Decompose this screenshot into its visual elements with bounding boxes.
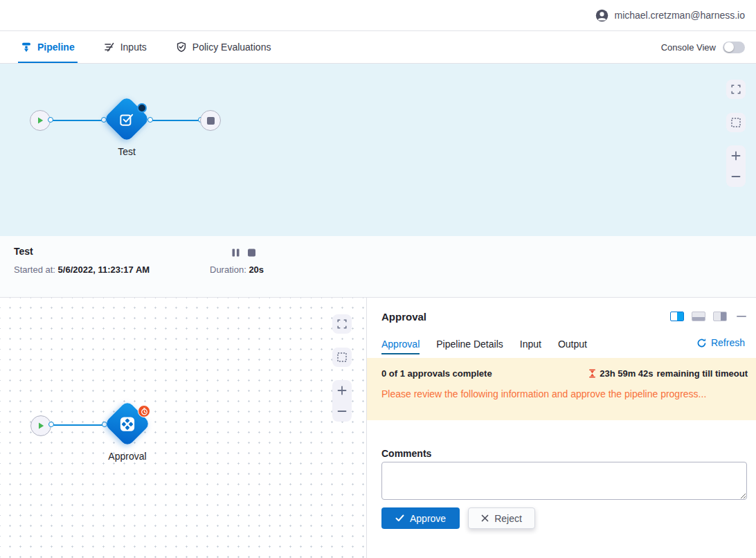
toggle-knob — [724, 42, 734, 52]
split-view-fill — [677, 312, 683, 321]
stop-icon — [207, 117, 215, 125]
tab-output[interactable]: Output — [558, 334, 587, 354]
tab-inputs[interactable]: Inputs — [104, 31, 147, 63]
stage-node-label: Test — [85, 146, 168, 157]
minimize-panel-button[interactable] — [737, 316, 746, 318]
timeout-remaining: 23h 59m 42s — [600, 368, 653, 379]
reject-button[interactable]: Reject — [468, 507, 535, 529]
pipeline-end-node[interactable] — [200, 110, 221, 131]
hourglass-icon — [588, 369, 596, 378]
approve-label: Approve — [410, 513, 446, 524]
console-view-label: Console View — [661, 42, 716, 53]
console-view-control: Console View — [661, 31, 756, 63]
zoom-in-button[interactable] — [332, 381, 352, 400]
step-node-label: Approval — [86, 451, 169, 462]
connector-line — [51, 120, 103, 121]
started-at-value: 5/6/2022, 11:23:17 AM — [58, 264, 150, 275]
started-at: Started at: 5/6/2022, 11:23:17 AM — [14, 264, 150, 275]
bottom-view-fill — [692, 317, 705, 321]
comments-label: Comments — [381, 448, 431, 459]
tab-pipeline-details[interactable]: Pipeline Details — [436, 334, 503, 354]
connector-line — [151, 120, 200, 121]
split-view-button[interactable] — [670, 312, 684, 321]
active-tab-underline — [18, 62, 78, 63]
timeout-suffix: remaining till timeout — [657, 368, 748, 379]
inputs-icon — [104, 42, 115, 53]
stage-graph-canvas[interactable]: Test — [0, 64, 756, 236]
approve-button[interactable]: Approve — [381, 507, 460, 529]
duration: Duration: 20s — [210, 264, 264, 275]
abort-button[interactable] — [247, 248, 256, 258]
fullscreen-button[interactable] — [332, 314, 352, 334]
zoom-out-button[interactable] — [726, 167, 746, 186]
stage-status-bar: Test Started at: 5/6/2022, 11:23:17 AM D… — [0, 236, 756, 298]
console-view-toggle[interactable] — [723, 42, 745, 53]
refresh-button[interactable]: Refresh — [696, 337, 745, 348]
refresh-icon — [696, 338, 707, 348]
step-details-panel: Approval Approval Pipeline Details Input… — [367, 298, 756, 558]
topbar: michael.cretzman@harness.io — [0, 0, 756, 31]
execution-controls — [231, 248, 256, 258]
comments-textarea[interactable] — [381, 462, 747, 500]
zoom-out-button[interactable] — [332, 402, 352, 421]
marquee-select-button[interactable] — [726, 113, 746, 132]
pause-button[interactable] — [231, 248, 240, 258]
fullscreen-button[interactable] — [726, 80, 746, 99]
execution-tabbar: Pipeline Inputs Policy Evaluations Conso… — [0, 31, 756, 64]
pipeline-icon — [21, 42, 32, 53]
tab-input[interactable]: Input — [520, 334, 541, 354]
details-tabs: Approval Pipeline Details Input Output — [381, 334, 587, 354]
zoom-controls — [332, 380, 352, 422]
stage-name: Test — [14, 246, 33, 257]
tab-approval[interactable]: Approval — [381, 334, 420, 354]
tab-inputs-label: Inputs — [120, 42, 147, 53]
tab-pipeline[interactable]: Pipeline — [21, 31, 75, 63]
play-icon — [37, 422, 45, 430]
play-icon — [36, 116, 44, 125]
zoom-controls — [726, 145, 746, 187]
marquee-select-button[interactable] — [332, 348, 352, 367]
step-graph-canvas[interactable]: Approval — [0, 298, 367, 558]
right-view-fill — [721, 312, 726, 321]
approvals-progress: 0 of 1 approvals complete — [381, 368, 492, 379]
approval-actions: Approve Reject — [381, 507, 535, 529]
bottom-split: Approval Approval Approval — [0, 298, 756, 558]
right-view-button[interactable] — [713, 312, 727, 321]
shield-check-icon — [176, 42, 187, 53]
tab-pipeline-label: Pipeline — [37, 42, 75, 53]
step-start-node[interactable] — [30, 415, 51, 436]
connector-line — [52, 424, 104, 426]
tab-policy-evaluations[interactable]: Policy Evaluations — [176, 31, 271, 63]
reject-label: Reject — [494, 513, 522, 524]
user-email[interactable]: michael.cretzman@harness.io — [614, 10, 745, 21]
user-avatar-icon[interactable] — [595, 9, 609, 22]
bottom-view-button[interactable] — [692, 312, 705, 321]
timer-badge — [138, 405, 150, 417]
panel-layout-controls — [670, 312, 746, 321]
running-badge — [137, 103, 147, 113]
check-icon — [395, 514, 404, 522]
active-tab-underline — [381, 353, 420, 354]
test-step-icon — [118, 110, 136, 128]
panel-title: Approval — [381, 311, 426, 323]
zoom-in-button[interactable] — [726, 146, 746, 165]
refresh-label: Refresh — [711, 337, 745, 348]
duration-value: 20s — [249, 264, 264, 275]
tab-policy-evaluations-label: Policy Evaluations — [192, 42, 271, 53]
approval-step-icon — [118, 415, 137, 433]
close-icon — [481, 514, 489, 522]
approval-banner: 0 of 1 approvals complete 23h 59m 42s re… — [367, 358, 756, 420]
approval-message: Please review the following information … — [381, 388, 706, 399]
